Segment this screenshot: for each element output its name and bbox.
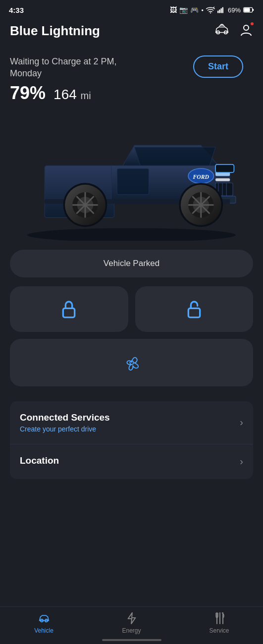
svg-rect-15 <box>215 178 230 181</box>
service-tab-label: Service <box>209 627 229 634</box>
truck-image: FORD <box>10 113 253 241</box>
svg-rect-42 <box>188 308 200 317</box>
status-icons: 🖼 📷 🎮 ● 69% <box>170 6 254 14</box>
climate-button[interactable] <box>10 339 253 386</box>
home-indicator <box>102 639 161 641</box>
svg-rect-41 <box>63 308 75 317</box>
main-content: Waiting to Charge at 2 PM, Monday Start … <box>0 46 263 535</box>
svg-point-0 <box>210 12 211 13</box>
dot-icon: ● <box>201 8 204 12</box>
vehicle-connect-icon[interactable] <box>213 23 230 39</box>
location-item[interactable]: Location › <box>10 444 253 479</box>
status-bar: 4:33 🖼 📷 🎮 ● 69% <box>0 0 263 18</box>
unlock-icon <box>184 299 204 319</box>
charge-percent: 79% <box>10 83 46 104</box>
svg-rect-3 <box>220 8 221 13</box>
svg-rect-1 <box>217 11 218 13</box>
charge-stats: 79% 164 mi <box>10 83 253 104</box>
unlock-button[interactable] <box>135 286 254 332</box>
photo-icon: 🖼 <box>170 6 177 14</box>
svg-rect-13 <box>117 168 149 195</box>
charge-miles: 164 mi <box>53 87 91 103</box>
status-time: 4:33 <box>9 6 24 14</box>
svg-text:FORD: FORD <box>193 174 210 180</box>
service-tab-icon <box>213 612 226 625</box>
fan-icon <box>121 352 143 374</box>
wifi-status-icon <box>206 6 215 13</box>
charge-status-row: Waiting to Charge at 2 PM, Monday Start <box>10 55 253 80</box>
tab-service[interactable]: Service <box>175 612 263 634</box>
signal-icon <box>217 6 225 13</box>
svg-rect-4 <box>222 7 223 13</box>
location-title: Location <box>20 455 59 466</box>
lock-icon <box>59 299 79 319</box>
location-chevron: › <box>240 456 243 467</box>
tab-energy[interactable]: Energy <box>88 612 175 634</box>
lock-controls-row <box>10 286 253 332</box>
tab-bar: Vehicle Energy Service <box>0 606 263 644</box>
battery-icon <box>243 7 254 13</box>
vehicle-tab-icon <box>38 612 51 625</box>
vehicle-tab-label: Vehicle <box>34 627 53 634</box>
svg-rect-40 <box>215 164 234 172</box>
car-image-section: FORD <box>10 113 253 241</box>
notification-dot <box>250 21 255 26</box>
game-icon: 🎮 <box>190 6 199 14</box>
svg-rect-7 <box>253 9 254 11</box>
connected-services-item[interactable]: Connected Services Create your perfect d… <box>10 401 253 444</box>
app-title: Blue Lightning <box>10 23 100 39</box>
lock-button[interactable] <box>10 286 128 332</box>
app-header: Blue Lightning <box>0 18 263 46</box>
energy-tab-icon <box>125 612 138 625</box>
svg-point-10 <box>244 25 249 30</box>
svg-point-11 <box>27 228 236 241</box>
battery-text: 69% <box>228 6 241 14</box>
header-action-icons <box>213 23 253 39</box>
tab-vehicle[interactable]: Vehicle <box>0 612 88 634</box>
user-profile-icon-wrap[interactable] <box>239 23 253 39</box>
charge-section: Waiting to Charge at 2 PM, Monday Start … <box>10 46 253 108</box>
connected-services-subtitle: Create your perfect drive <box>20 425 110 433</box>
start-charge-button[interactable]: Start <box>193 55 243 78</box>
vehicle-parked-badge: Vehicle Parked <box>10 250 253 277</box>
svg-rect-6 <box>244 8 250 12</box>
connected-services-title: Connected Services <box>20 412 110 423</box>
svg-rect-2 <box>219 9 220 13</box>
services-section: Connected Services Create your perfect d… <box>10 401 253 479</box>
social-icon: 📷 <box>179 6 188 14</box>
connected-services-chevron: › <box>240 417 243 428</box>
energy-tab-label: Energy <box>122 627 141 634</box>
